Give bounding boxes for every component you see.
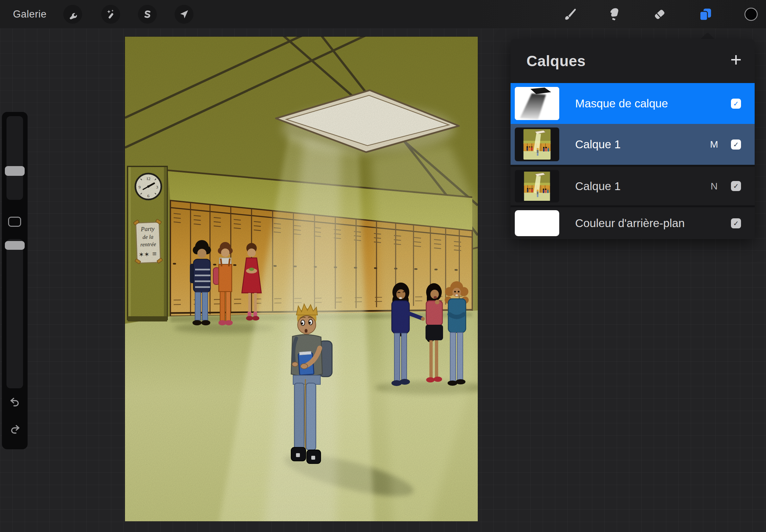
layers-panel: Calques + Masque de c [511, 39, 755, 239]
selection-s-icon [142, 9, 152, 19]
actions-button[interactable] [63, 5, 82, 24]
current-color-circle [744, 7, 758, 21]
wrench-icon [67, 9, 78, 19]
blend-mode-badge[interactable]: M [704, 139, 724, 150]
opacity-handle[interactable] [5, 241, 25, 250]
sidebar-sliders [2, 112, 28, 449]
layers-tool-active[interactable] [698, 7, 713, 22]
layer-name: Calque 1 [575, 180, 704, 193]
layer-name: Masque de calque [575, 97, 704, 110]
layers-icon [698, 7, 712, 21]
redo-icon[interactable] [9, 424, 21, 435]
drawing-canvas[interactable]: 12 3 6 9 [125, 37, 478, 521]
layer-visibility-checkbox[interactable]: ✓ [731, 181, 741, 191]
brush-size-slider[interactable] [6, 116, 23, 200]
layer-row-background-color[interactable]: Couleur d'arrière-plan ✓ [511, 207, 755, 239]
layer-thumbnail-background[interactable] [515, 210, 559, 236]
layer-row-calque1-masked[interactable]: Calque 1 M ✓ [511, 124, 755, 165]
paintbrush-icon [564, 7, 578, 21]
layer-visibility-checkbox[interactable]: ✓ [731, 99, 741, 109]
modify-button[interactable] [8, 217, 21, 227]
layer-row-calque1[interactable]: Calque 1 N ✓ [511, 167, 755, 205]
add-layer-button[interactable]: + [727, 39, 745, 83]
layer-visibility-checkbox[interactable]: ✓ [731, 218, 741, 228]
transform-arrow-icon [179, 9, 189, 19]
smudge-finger-icon [608, 7, 622, 21]
eraser-icon [652, 7, 667, 21]
procreate-app: 12 3 6 9 [0, 0, 766, 532]
layer-row-mask[interactable]: Masque de calque ✓ [511, 83, 755, 124]
brush-tool[interactable] [564, 7, 578, 22]
panel-title: Calques [527, 39, 586, 83]
gallery-button[interactable]: Galerie [13, 0, 46, 29]
brush-size-handle[interactable] [5, 166, 25, 176]
paper-grain [125, 37, 478, 521]
layers-panel-header: Calques + [511, 39, 755, 83]
adjustments-button[interactable] [101, 5, 120, 24]
layer-name: Calque 1 [575, 138, 704, 151]
opacity-slider[interactable] [6, 239, 23, 388]
smudge-tool[interactable] [607, 7, 622, 22]
layer-name: Couleur d'arrière-plan [575, 217, 704, 230]
hallway-artwork: 12 3 6 9 [125, 37, 478, 521]
layer-thumbnail-mask[interactable] [515, 87, 559, 120]
layer-thumbnail-art[interactable] [515, 170, 559, 202]
transform-button[interactable] [175, 5, 193, 24]
eraser-tool[interactable] [652, 7, 667, 22]
layer-thumbnail-art[interactable] [515, 127, 559, 161]
undo-icon[interactable] [9, 396, 21, 408]
blend-mode-badge[interactable]: N [704, 181, 724, 192]
layer-visibility-checkbox[interactable]: ✓ [731, 139, 741, 150]
selection-button[interactable] [138, 5, 157, 24]
top-toolbar: Galerie [0, 0, 766, 29]
magic-wand-icon [105, 9, 116, 19]
color-swatch[interactable] [744, 7, 759, 22]
